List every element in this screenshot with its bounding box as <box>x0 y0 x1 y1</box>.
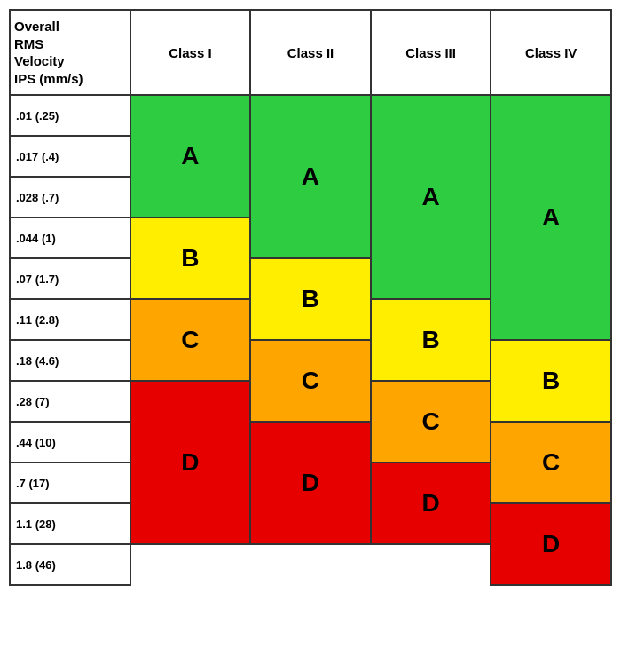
grade-c1-A: A <box>181 142 199 170</box>
grade-c2-A: A <box>302 162 319 190</box>
header-class-2: Class II <box>250 10 371 95</box>
grade-c4-B: B <box>542 367 560 394</box>
row-label-3: .028 (.7) <box>10 177 130 217</box>
row-label-10: .7 (17) <box>10 462 130 503</box>
grade-c4-C: C <box>542 448 560 476</box>
row-label-8: .28 (7) <box>10 381 130 422</box>
header-class-3: Class III <box>371 10 491 95</box>
grade-c2-B: B <box>302 285 319 312</box>
cell-c2-A: A <box>250 95 371 258</box>
cell-c1-B: B <box>130 217 251 299</box>
row-label-5: .07 (1.7) <box>10 258 130 299</box>
row-label-2: .017 (.4) <box>10 136 130 177</box>
grade-c1-C: C <box>181 326 199 353</box>
grade-c2-C: C <box>302 367 319 394</box>
table-title: OverallRMSVelocityIPS (mm/s) <box>10 10 130 95</box>
vibration-chart: OverallRMSVelocityIPS (mm/s) Class I Cla… <box>9 9 612 586</box>
grade-c3-D: D <box>421 489 439 517</box>
cell-c2-C: C <box>250 340 371 422</box>
grade-c3-B: B <box>421 326 439 353</box>
row-label-6: .11 (2.8) <box>10 299 130 340</box>
grade-c1-B: B <box>181 244 199 272</box>
cell-c3-A: A <box>371 95 491 299</box>
header-class-4: Class IV <box>491 10 611 95</box>
cell-c3-B: B <box>371 299 491 381</box>
grade-c2-D: D <box>302 469 319 496</box>
row-label-12: 1.8 (46) <box>10 544 130 585</box>
row-label-7: .18 (4.6) <box>10 340 130 381</box>
grade-c3-C: C <box>421 407 439 435</box>
row-label-4: .044 (1) <box>10 217 130 258</box>
cell-c4-B: B <box>491 340 611 422</box>
cell-c4-D: D <box>491 503 611 585</box>
cell-c1-A: A <box>130 95 251 217</box>
grade-c4-D: D <box>542 530 560 557</box>
cell-c2-B: B <box>250 258 371 340</box>
cell-c2-D: D <box>250 422 371 544</box>
grade-c3-A: A <box>421 183 439 210</box>
grade-c1-D: D <box>181 448 199 476</box>
row-label-1: .01 (.25) <box>10 95 130 136</box>
row-label-9: .44 (10) <box>10 422 130 462</box>
header-class-1: Class I <box>130 10 251 95</box>
cell-c1-C: C <box>130 299 251 381</box>
cell-c4-C: C <box>491 422 611 503</box>
cell-c4-A: A <box>491 95 611 340</box>
cell-c1-D: D <box>130 381 251 544</box>
cell-c3-C: C <box>371 381 491 462</box>
cell-c3-D: D <box>371 462 491 544</box>
row-label-11: 1.1 (28) <box>10 503 130 544</box>
grade-c4-A: A <box>542 203 560 231</box>
